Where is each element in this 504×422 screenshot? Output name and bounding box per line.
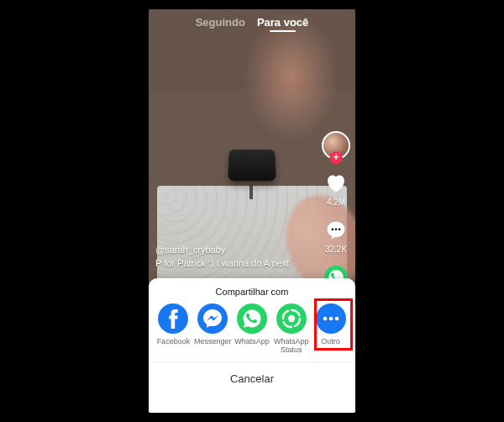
facebook-icon	[158, 303, 188, 334]
whatsapp-icon	[237, 303, 267, 334]
share-sheet: Compartilhar com Facebook Messenger	[149, 278, 355, 413]
tab-for-you[interactable]: Para você	[257, 16, 308, 29]
comment-count: 32.2K	[325, 245, 347, 254]
comment-button[interactable]: 32.2K	[323, 218, 349, 254]
svg-point-2	[335, 228, 338, 230]
share-option-whatsapp-status[interactable]: WhatsApp Status	[273, 303, 310, 353]
whatsapp-status-icon	[276, 303, 307, 334]
cancel-button[interactable]: Cancelar	[149, 362, 355, 395]
share-sheet-title: Compartilhar com	[149, 278, 355, 302]
share-option-messenger[interactable]: Messenger	[194, 303, 231, 353]
video-caption: @sarah_crybaby P for Patrick :) I wanna …	[155, 244, 289, 270]
share-option-label: Facebook	[157, 338, 191, 353]
svg-point-3	[339, 228, 341, 230]
follow-plus-icon[interactable]: +	[330, 151, 343, 164]
svg-point-6	[197, 303, 228, 334]
share-options-row: Facebook Messenger WhatsApp	[149, 302, 355, 361]
author-avatar[interactable]: +	[322, 131, 350, 160]
share-option-other[interactable]: Outro	[312, 303, 349, 353]
svg-point-12	[328, 317, 333, 321]
svg-point-13	[334, 317, 339, 321]
feed-tabs: Seguindo Para você	[149, 16, 355, 29]
share-option-label: Messenger	[194, 338, 232, 353]
like-button[interactable]: 4.2M	[323, 171, 349, 207]
share-option-facebook[interactable]: Facebook	[155, 303, 192, 353]
share-option-label: WhatsApp Status	[274, 338, 309, 353]
caption-text: P for Patrick :) I wanna do A next	[155, 257, 289, 270]
phone-frame: Seguindo Para você + 4.2M 32.2K	[149, 9, 355, 413]
tab-following[interactable]: Seguindo	[196, 16, 245, 29]
share-option-label: Outro	[321, 338, 340, 353]
svg-point-9	[288, 315, 295, 322]
more-icon	[316, 303, 346, 334]
right-rail: + 4.2M 32.2K	[322, 131, 350, 290]
like-count: 4.2M	[327, 198, 345, 207]
svg-point-1	[332, 228, 334, 230]
stage: Seguindo Para você + 4.2M 32.2K	[0, 0, 504, 422]
share-option-whatsapp[interactable]: WhatsApp	[234, 303, 270, 353]
caption-user[interactable]: @sarah_crybaby	[155, 244, 289, 256]
svg-point-11	[323, 317, 327, 321]
comment-icon	[323, 218, 349, 243]
messenger-icon	[197, 303, 228, 334]
heart-icon	[323, 171, 349, 196]
share-option-label: WhatsApp	[234, 338, 270, 353]
